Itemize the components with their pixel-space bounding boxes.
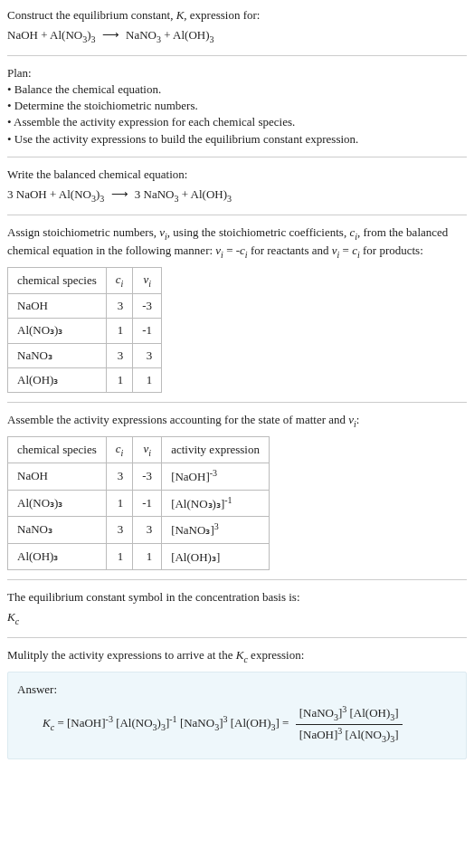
stoich-table: chemical species ci νi NaOH 3 -3 Al(NO₃)…: [7, 267, 162, 393]
cell-species: Al(OH)₃: [8, 367, 107, 392]
cell-c: 1: [106, 543, 133, 570]
plan-bullet: • Use the activity expressions to build …: [7, 131, 467, 148]
sub: 3: [91, 34, 96, 44]
balanced-equation: 3 NaOH + Al(NO3)3 ⟶ 3 NaNO3 + Al(OH)3: [7, 186, 467, 205]
plan-bullet: • Assemble the activity expression for e…: [7, 114, 467, 130]
table-row: Al(OH)₃ 1 1 [Al(OH)₃]: [8, 543, 270, 570]
fraction-numerator: [NaNO3]3 [Al(OH)3]: [296, 703, 403, 725]
assign-text: Assign stoichiometric numbers, νi, using…: [7, 224, 467, 262]
text: ] =: [276, 716, 292, 730]
text: Assign stoichiometric numbers,: [7, 225, 159, 239]
text: NaOH + Al(NO: [7, 28, 82, 42]
exp: -3: [106, 714, 113, 724]
cell-c: 3: [106, 343, 133, 367]
divider: [7, 579, 467, 580]
cell-v: 1: [133, 543, 162, 570]
text: [Al(NO: [113, 716, 153, 730]
cell-c: 1: [106, 490, 133, 517]
text: NaNO: [126, 28, 156, 42]
text: + Al(OH): [178, 187, 227, 201]
table-row: NaNO₃ 3 3 [NaNO₃]3: [8, 517, 270, 544]
table-row: NaOH 3 -3: [8, 294, 162, 319]
cell-c: 1: [106, 319, 133, 343]
divider: [7, 157, 467, 157]
col-nui: νi: [133, 267, 162, 294]
cell-species: NaOH: [8, 294, 107, 319]
cell-v: -1: [133, 490, 162, 517]
answer-title: Answer:: [17, 682, 457, 698]
arrow-icon: ⟶: [102, 27, 119, 43]
cell-c: 3: [106, 294, 133, 319]
text: [Al(OH): [227, 716, 270, 730]
plan-section: Plan: • Balance the chemical equation. •…: [7, 65, 467, 148]
col-ci: ci: [106, 436, 133, 463]
plan-title: Plan:: [7, 65, 467, 81]
cell-activity: [Al(OH)₃]: [162, 543, 270, 570]
text: = -: [223, 243, 240, 257]
var-K: K: [7, 610, 15, 624]
cell-c: 3: [106, 517, 133, 544]
text: :: [356, 413, 360, 426]
text: + Al(OH): [161, 28, 210, 42]
multiply-text: Mulitply the activity expressions to arr…: [7, 647, 467, 666]
cell-species: Al(NO₃)₃: [8, 490, 107, 517]
fraction-denominator: [NaOH]3 [Al(NO3)3]: [296, 725, 403, 746]
cell-species: Al(NO₃)₃: [8, 319, 107, 343]
text: Assemble the activity expressions accoun…: [7, 413, 348, 426]
table-row: Al(OH)₃ 1 1: [8, 367, 162, 392]
cell-activity: [Al(NO₃)₃]-1: [162, 490, 270, 517]
text: Mulitply the activity expressions to arr…: [7, 648, 236, 662]
divider: [7, 637, 467, 638]
cell-c: 1: [106, 367, 133, 392]
sub-c: c: [15, 616, 19, 626]
plan-bullet: • Determine the stoichiometric numbers.: [7, 98, 467, 114]
ksymbol-text: The equilibrium constant symbol in the c…: [7, 589, 467, 606]
cell-v: 3: [133, 343, 162, 367]
col-nui: νi: [133, 436, 162, 463]
cell-species: NaOH: [8, 463, 107, 491]
col-ci: ci: [106, 267, 133, 294]
cell-v: 1: [133, 367, 162, 392]
text: 3 NaOH + Al(NO: [7, 187, 91, 201]
answer-box: Answer: Kc = [NaOH]-3 [Al(NO3)3]-1 [NaNO…: [7, 672, 467, 759]
answer-equation: Kc = [NaOH]-3 [Al(NO3)3]-1 [NaNO3]3 [Al(…: [17, 703, 457, 746]
text: expression:: [248, 648, 304, 662]
cell-v: -1: [133, 319, 162, 343]
text: , expression for:: [184, 8, 260, 22]
table-row: NaOH 3 -3 [NaOH]-3: [8, 463, 270, 491]
sub: 3: [227, 194, 232, 204]
table-row: Al(NO₃)₃ 1 -1 [Al(NO₃)₃]-1: [8, 490, 270, 517]
unbalanced-equation: NaOH + Al(NO3)3 ⟶ NaNO3 + Al(OH)3: [7, 27, 467, 46]
cell-c: 3: [106, 463, 133, 491]
cell-v: -3: [133, 463, 162, 491]
plan-bullet: • Balance the chemical equation.: [7, 81, 467, 98]
problem-statement: Construct the equilibrium constant, K, e…: [7, 7, 467, 24]
cell-v: 3: [133, 517, 162, 544]
activity-table: chemical species ci νi activity expressi…: [7, 436, 270, 571]
arrow-icon: ⟶: [111, 186, 128, 203]
table-header-row: chemical species ci νi activity expressi…: [8, 436, 270, 463]
col-species: chemical species: [8, 436, 107, 463]
balanced-title: Write the balanced chemical equation:: [7, 167, 467, 183]
sub: 3: [210, 34, 214, 44]
cell-species: NaNO₃: [8, 517, 107, 544]
assemble-text: Assemble the activity expressions accoun…: [7, 412, 467, 431]
sub: 3: [100, 194, 104, 204]
text: for products:: [360, 243, 423, 257]
text: [NaNO: [177, 716, 215, 730]
cell-v: -3: [133, 294, 162, 319]
cell-activity: [NaOH]-3: [162, 463, 270, 491]
text: 3 NaNO: [135, 187, 175, 201]
col-species: chemical species: [8, 267, 107, 294]
var-K: K: [43, 716, 51, 730]
table-header-row: chemical species ci νi: [8, 267, 162, 294]
text: , using the stoichiometric coefficients,: [167, 225, 350, 239]
divider: [7, 55, 467, 56]
text: = [NaOH]: [54, 716, 105, 730]
fraction: [NaNO3]3 [Al(OH)3] [NaOH]3 [Al(NO3)3]: [296, 703, 403, 746]
table-row: NaNO₃ 3 3: [8, 343, 162, 367]
col-activity: activity expression: [162, 436, 270, 463]
text: =: [339, 243, 352, 257]
exp: -1: [169, 714, 176, 724]
cell-activity: [NaNO₃]3: [162, 517, 270, 544]
